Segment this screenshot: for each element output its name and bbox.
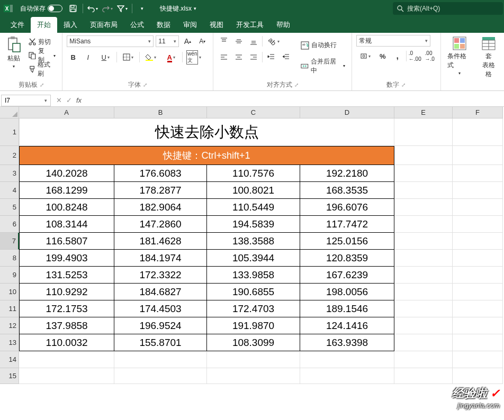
italic-button[interactable]: I [82,51,94,63]
cell[interactable]: 172.4703 [207,300,300,317]
col-header-B[interactable]: B [114,107,207,118]
wrap-text-button[interactable]: ab 自动换行 [299,39,347,52]
cell[interactable] [394,118,453,146]
cell[interactable]: 105.3944 [207,250,300,267]
row-header-4[interactable]: 4 [0,182,19,199]
cell[interactable] [300,351,394,368]
border-button[interactable]: ▾ [119,51,137,63]
orientation-button[interactable]: ab▾ [265,35,283,48]
cell[interactable]: 174.4503 [114,300,207,317]
phonetic-button[interactable]: wén文▾ [185,51,203,63]
font-launcher[interactable]: ⤢ [143,82,147,88]
cell[interactable] [19,368,114,384]
align-left-button[interactable] [218,51,230,63]
cell[interactable]: 100.8248 [19,199,114,216]
cell[interactable]: 131.5253 [19,267,114,284]
row-header-15[interactable]: 15 [0,368,19,384]
cell[interactable] [453,118,503,146]
cell[interactable] [394,250,453,267]
tab-data[interactable]: 数据 [150,17,177,33]
cell[interactable] [394,146,453,165]
number-launcher[interactable]: ⤢ [401,82,406,88]
cell[interactable] [453,146,503,165]
formula-input[interactable] [85,95,504,106]
conditional-format-button[interactable]: 条件格式 ▾ [445,35,474,77]
title-cell[interactable]: 快速去除小数点 [19,118,394,146]
cell[interactable]: 108.3144 [19,216,114,233]
cell[interactable]: 155.8701 [114,334,207,351]
cell[interactable] [394,233,453,250]
increase-indent-button[interactable] [280,51,292,63]
font-color-button[interactable]: A▾ [162,51,180,63]
cell[interactable]: 182.9064 [114,199,207,216]
cell[interactable] [394,182,453,199]
number-format-combo[interactable]: 常规▾ [356,35,430,47]
cell[interactable] [453,233,503,250]
cell[interactable] [394,165,453,182]
percent-button[interactable]: % [376,50,389,62]
row-header-13[interactable]: 13 [0,334,19,351]
increase-decimal-button[interactable]: .0←.00 [409,50,421,62]
col-header-C[interactable]: C [207,107,300,118]
cell[interactable] [394,300,453,317]
align-right-button[interactable] [247,51,260,63]
row-header-3[interactable]: 3 [0,165,19,182]
cell[interactable]: 125.0156 [300,233,394,250]
tab-dev[interactable]: 开发工具 [230,17,270,33]
cell[interactable]: 196.9524 [114,317,207,334]
col-header-A[interactable]: A [19,107,114,118]
cell[interactable] [394,368,453,384]
cell[interactable] [114,351,207,368]
col-header-E[interactable]: E [394,107,453,118]
align-top-button[interactable] [218,35,230,48]
cell[interactable]: 110.9292 [19,284,114,300]
cell[interactable]: 189.1546 [300,300,394,317]
cell[interactable]: 192.2180 [300,165,394,182]
merge-center-button[interactable]: 合并后居中▾ [299,60,347,72]
cell[interactable] [394,317,453,334]
row-header-12[interactable]: 12 [0,317,19,334]
cell[interactable]: 196.6076 [300,199,394,216]
cell[interactable] [207,368,300,384]
cell[interactable]: 110.0032 [19,334,114,351]
cell[interactable]: 172.1753 [19,300,114,317]
cell[interactable] [453,250,503,267]
row-header-2[interactable]: 2 [0,146,19,165]
cell[interactable] [453,182,503,199]
cell[interactable] [453,300,503,317]
cell[interactable] [394,216,453,233]
cell[interactable]: 138.3588 [207,233,300,250]
cell[interactable]: 120.8359 [300,250,394,267]
cell[interactable]: 100.8021 [207,182,300,199]
col-header-D[interactable]: D [300,107,394,118]
fill-color-button[interactable]: ▾ [142,51,160,63]
table-format-button[interactable]: 套 表格格 [477,35,500,80]
fx-button[interactable]: fx [76,96,82,104]
qat-customize[interactable]: ▾ [134,1,149,16]
cell[interactable]: 110.7576 [207,165,300,182]
row-header-1[interactable]: 1 [0,118,19,146]
col-header-F[interactable]: F [453,107,503,118]
cell[interactable] [19,351,114,368]
select-all-button[interactable] [0,107,19,118]
align-middle-button[interactable] [232,35,245,48]
decrease-indent-button[interactable] [265,51,277,63]
font-name-combo[interactable]: MiSans▾ [67,35,154,47]
cell[interactable]: 167.6239 [300,267,394,284]
confirm-formula-button[interactable]: ✓ [66,96,72,104]
cell[interactable] [453,351,503,368]
undo-button[interactable]: ▾ [85,1,100,16]
bold-button[interactable]: B [67,51,79,63]
comma-button[interactable]: , [391,50,404,62]
align-launcher[interactable]: ⤢ [294,82,299,88]
cell[interactable] [300,368,394,384]
align-bottom-button[interactable] [247,35,260,48]
cell[interactable]: 172.3322 [114,267,207,284]
decrease-font-button[interactable]: A▾ [196,35,209,48]
cell[interactable]: 108.3099 [207,334,300,351]
row-header-10[interactable]: 10 [0,284,19,300]
cell[interactable] [394,267,453,284]
align-center-button[interactable] [232,51,245,63]
cell[interactable]: 178.2877 [114,182,207,199]
redo-button[interactable]: ▾ [100,1,115,16]
